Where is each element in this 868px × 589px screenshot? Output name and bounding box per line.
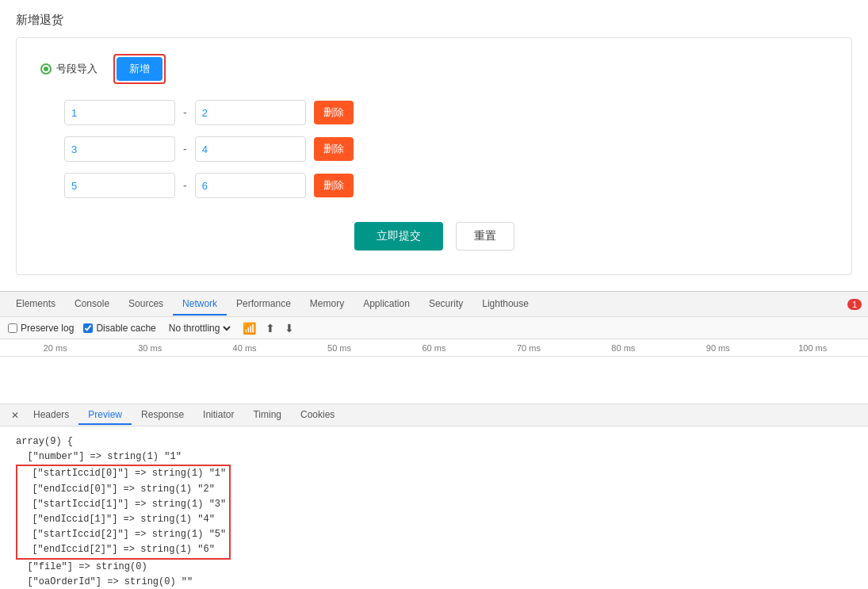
- code-line-9: ["oaOrderId"] => string(0) "": [16, 575, 852, 589]
- submit-button[interactable]: 立即提交: [354, 222, 443, 251]
- radio-icon: [40, 63, 52, 75]
- disable-cache-checkbox[interactable]: [83, 323, 93, 333]
- add-btn-wrapper: 新增: [113, 54, 166, 84]
- range-row: - 删除: [64, 136, 828, 162]
- tab-timing[interactable]: Timing: [243, 406, 291, 425]
- disable-cache-text: Disable cache: [96, 323, 155, 334]
- tick-90ms: 90 ms: [671, 343, 765, 353]
- code-line-highlighted: ["startIccid[0]"] => string(1) "1" ["end…: [16, 465, 231, 559]
- panel-tabs-bar: ✕ Headers Preview Response Initiator Tim…: [0, 404, 868, 426]
- tick-60ms: 60 ms: [387, 343, 481, 353]
- tick-40ms: 40 ms: [197, 343, 292, 353]
- page-title: 新增退货: [16, 8, 852, 28]
- tab-security[interactable]: Security: [419, 293, 472, 316]
- delete-button-0[interactable]: 删除: [314, 101, 354, 124]
- tab-lighthouse[interactable]: Lighthouse: [472, 293, 538, 316]
- tab-memory[interactable]: Memory: [300, 293, 354, 316]
- reset-button[interactable]: 重置: [456, 222, 514, 251]
- throttling-select[interactable]: No throttling: [166, 322, 233, 335]
- main-content: 新增退货 号段导入 新增 - 删除: [0, 0, 868, 291]
- timeline-bar: 20 ms 30 ms 40 ms 50 ms 60 ms 70 ms 80 m…: [0, 339, 868, 357]
- tab-console[interactable]: Console: [65, 293, 119, 316]
- devtools-panel: Elements Console Sources Network Perform…: [0, 291, 868, 589]
- tab-initiator[interactable]: Initiator: [193, 406, 243, 425]
- end-input-0[interactable]: [195, 100, 306, 125]
- tab-response[interactable]: Response: [132, 406, 193, 425]
- delete-button-1[interactable]: 删除: [314, 137, 354, 161]
- timeline-area: [0, 357, 868, 404]
- preserve-log-label[interactable]: Preserve log: [8, 323, 74, 334]
- tick-100ms: 100 ms: [766, 343, 860, 353]
- radio-label[interactable]: 号段导入: [40, 62, 98, 76]
- range-row: - 删除: [64, 173, 828, 198]
- dash-2: -: [183, 179, 187, 192]
- download-icon[interactable]: ⬇: [285, 322, 294, 335]
- tick-30ms: 30 ms: [102, 343, 197, 353]
- start-input-2[interactable]: [64, 173, 175, 198]
- dash-1: -: [183, 143, 187, 155]
- start-input-1[interactable]: [64, 136, 175, 162]
- wifi-icon[interactable]: 📶: [243, 322, 256, 335]
- start-input-0[interactable]: [64, 100, 175, 125]
- code-line-1: ["number"] => string(1) "1": [16, 449, 852, 465]
- disable-cache-label[interactable]: Disable cache: [83, 323, 155, 334]
- upload-icon[interactable]: ⬆: [266, 322, 275, 335]
- tab-elements[interactable]: Elements: [6, 293, 65, 316]
- form-card: 号段导入 新增 - 删除 - 删除: [16, 37, 852, 275]
- dash-0: -: [183, 106, 187, 119]
- preserve-log-text: Preserve log: [21, 323, 74, 334]
- tick-70ms: 70 ms: [481, 343, 575, 353]
- radio-row: 号段导入 新增: [40, 54, 828, 84]
- tab-preview[interactable]: Preview: [78, 406, 132, 425]
- tick-20ms: 20 ms: [8, 343, 102, 353]
- delete-button-2[interactable]: 删除: [314, 174, 354, 197]
- code-line-8: ["file"] => string(0): [16, 560, 852, 575]
- tab-headers[interactable]: Headers: [24, 406, 78, 425]
- error-badge: 1: [847, 299, 862, 310]
- tick-80ms: 80 ms: [576, 343, 671, 353]
- tab-performance[interactable]: Performance: [227, 293, 300, 316]
- end-input-2[interactable]: [195, 173, 306, 198]
- end-input-1[interactable]: [195, 136, 306, 162]
- tab-cookies[interactable]: Cookies: [291, 406, 344, 425]
- preserve-log-checkbox[interactable]: [8, 323, 17, 333]
- devtools-toolbar: Preserve log Disable cache No throttling…: [0, 317, 868, 339]
- tab-network[interactable]: Network: [173, 293, 227, 316]
- code-preview: array(9) { ["number"] => string(1) "1" […: [0, 426, 868, 589]
- range-row: - 删除: [64, 100, 828, 125]
- form-actions: 立即提交 重置: [40, 222, 828, 251]
- app-container: 新增退货 号段导入 新增 - 删除: [0, 0, 868, 589]
- tab-application[interactable]: Application: [354, 293, 419, 316]
- panel-close-button[interactable]: ✕: [6, 410, 24, 421]
- tick-50ms: 50 ms: [292, 343, 386, 353]
- range-rows: - 删除 - 删除 - 删除: [64, 100, 828, 198]
- code-line-0: array(9) {: [16, 434, 852, 449]
- devtools-tabs-bar: Elements Console Sources Network Perform…: [0, 292, 868, 317]
- radio-text: 号段导入: [56, 62, 98, 76]
- add-button[interactable]: 新增: [117, 57, 163, 81]
- tab-sources[interactable]: Sources: [119, 293, 173, 316]
